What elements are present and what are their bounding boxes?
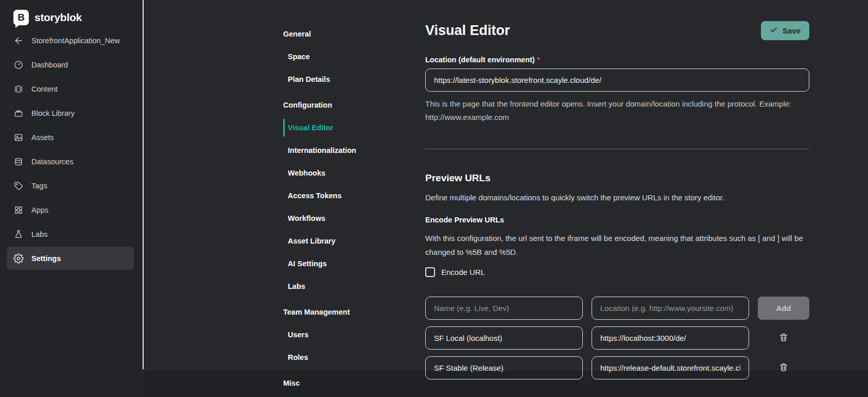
storyblok-logo-icon: B [13, 10, 29, 25]
save-button-label: Save [783, 26, 801, 35]
sidebar-item-content[interactable]: Content [0, 77, 143, 101]
settings-nav-heading-misc: Misc [283, 378, 399, 388]
encode-url-checkbox-label: Encode URL [441, 268, 485, 277]
sidebar-item-label: Dashboard [31, 61, 68, 69]
preview-url-name-input[interactable] [425, 326, 583, 350]
settings-nav-item-space[interactable]: Space [283, 51, 399, 62]
content-header: Visual Editor Save [425, 21, 809, 40]
new-preview-url-location-input[interactable] [592, 297, 749, 320]
location-field-label-text: Location (default environment) [425, 56, 535, 64]
panel-divider [143, 0, 144, 369]
required-marker: * [537, 56, 540, 64]
check-icon [770, 26, 778, 36]
encode-url-checkbox-row[interactable]: Encode URL [425, 267, 809, 277]
settings-nav: General Space Plan Details Configuration… [283, 29, 399, 388]
settings-nav-item-webhooks[interactable]: Webhooks [283, 168, 399, 178]
settings-nav-item-internationalization[interactable]: Internationalization [283, 145, 399, 156]
settings-nav-item-asset-library[interactable]: Asset Library [283, 236, 399, 246]
new-preview-url-name-input[interactable] [425, 297, 583, 320]
trash-icon [778, 362, 789, 374]
encode-preview-urls-description: With this configuration, the url sent to… [425, 231, 809, 259]
settings-nav-item-roles[interactable]: Roles [283, 352, 399, 363]
sidebar-back-space[interactable]: StorefrontApplication_New [0, 28, 143, 53]
settings-nav-item-access-tokens[interactable]: Access Tokens [283, 191, 399, 201]
settings-nav-item-visual-editor[interactable]: Visual Editor [283, 123, 399, 133]
assets-icon [13, 132, 24, 143]
preview-url-location-input[interactable] [592, 356, 749, 379]
settings-nav-heading-configuration: Configuration [283, 100, 399, 110]
settings-nav-heading-general: General [283, 29, 399, 39]
sidebar-item-block-library[interactable]: Block Library [0, 101, 143, 125]
settings-nav-item-ai-settings[interactable]: AI Settings [283, 258, 399, 269]
settings-nav-heading-team-management: Team Management [283, 307, 399, 317]
delete-preview-url-button[interactable] [778, 332, 789, 344]
location-field-label: Location (default environment)* [425, 56, 809, 64]
add-preview-url-button[interactable]: Add [758, 297, 809, 320]
sidebar-item-label: Datasources [31, 158, 73, 166]
preview-url-location-input[interactable] [592, 326, 749, 350]
sidebar-item-label: Settings [31, 254, 61, 263]
encode-preview-urls-heading: Encode Preview URLs [425, 216, 809, 224]
sidebar-item-labs[interactable]: Labs [0, 222, 143, 246]
preview-urls-description: Define multiple domains/locations to qui… [425, 192, 809, 203]
location-input[interactable] [425, 68, 809, 92]
gauge-icon [13, 60, 24, 70]
content-icon [13, 84, 24, 94]
preview-urls-heading: Preview URLs [425, 172, 809, 184]
preview-url-name-input[interactable] [425, 356, 583, 379]
sidebar-back-label: StorefrontApplication_New [31, 37, 120, 45]
app-sidebar: B storyblok StorefrontApplication_New Da… [0, 0, 143, 397]
settings-nav-item-labs[interactable]: Labs [283, 281, 399, 291]
sidebar-item-label: Labs [31, 230, 47, 238]
sidebar-item-label: Assets [31, 133, 54, 142]
storyblok-logo-text: storyblok [34, 11, 82, 24]
preview-urls-list: Add [425, 297, 809, 379]
encode-url-checkbox[interactable] [425, 267, 435, 277]
sidebar-item-tags[interactable]: Tags [0, 174, 143, 198]
page-title: Visual Editor [425, 23, 510, 39]
sidebar-item-assets[interactable]: Assets [0, 125, 143, 149]
trash-icon [778, 332, 789, 344]
sidebar-item-settings[interactable]: Settings [7, 247, 134, 270]
settings-nav-item-plan-details[interactable]: Plan Details [283, 74, 399, 84]
sidebar-item-datasources[interactable]: Datasources [0, 149, 143, 174]
sidebar-item-label: Tags [31, 182, 47, 190]
section-divider [425, 149, 809, 149]
sidebar-item-label: Content [31, 85, 58, 93]
labs-icon [13, 229, 24, 239]
datasources-icon [13, 157, 24, 167]
sidebar-item-apps[interactable]: Apps [0, 198, 143, 222]
apps-icon [13, 205, 24, 215]
block-library-icon [13, 108, 24, 118]
sidebar-item-dashboard[interactable]: Dashboard [0, 53, 143, 77]
arrow-left-icon [13, 36, 24, 46]
location-help-text: This is the page that the frontend edito… [425, 97, 809, 124]
sidebar-nav: StorefrontApplication_New Dashboard Cont… [0, 28, 143, 270]
delete-preview-url-button[interactable] [778, 362, 789, 374]
settings-nav-item-workflows[interactable]: Workflows [283, 213, 399, 223]
save-button[interactable]: Save [761, 21, 809, 40]
tag-icon [13, 181, 24, 191]
settings-nav-item-users[interactable]: Users [283, 330, 399, 340]
gear-icon [13, 253, 24, 264]
sidebar-item-label: Block Library [31, 109, 75, 117]
storyblok-logo: B storyblok [13, 8, 143, 27]
sidebar-item-label: Apps [31, 206, 48, 214]
visual-editor-panel: Visual Editor Save Location (default env… [425, 0, 809, 379]
